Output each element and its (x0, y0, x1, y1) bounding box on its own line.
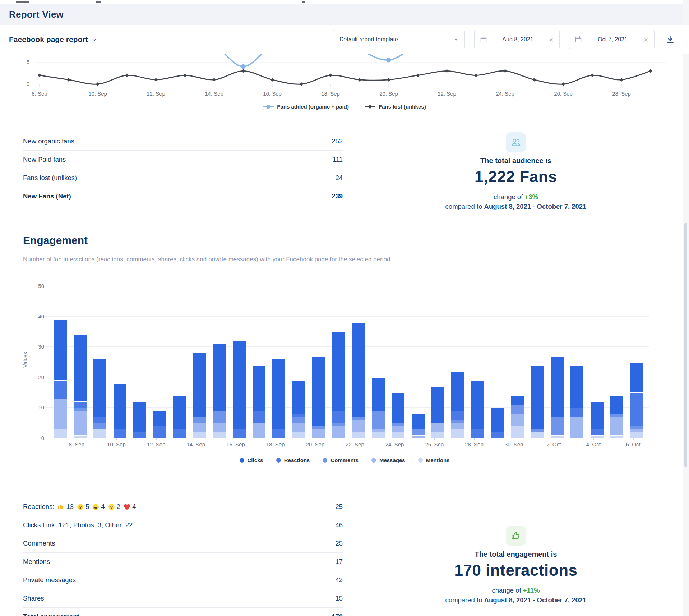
row-label: Mentions (23, 558, 50, 566)
bar-segment-comments (610, 414, 623, 417)
date-to-picker[interactable]: Oct 7, 2021 (569, 30, 655, 49)
template-select[interactable]: Default report template (333, 30, 465, 49)
date-from-picker[interactable]: Aug 8, 2021 (474, 30, 560, 49)
x-tick (395, 438, 395, 440)
report-name-dropdown[interactable]: Facebook page report (9, 35, 97, 44)
bar-segment-clicks (93, 359, 106, 417)
bar-segment-comments (352, 417, 365, 420)
download-button[interactable] (664, 33, 676, 46)
row-value: 25 (335, 503, 343, 511)
y-tick-label: 40 (30, 313, 44, 320)
report-view-page: Report View Facebook page report Default… (0, 0, 689, 616)
engagement-headline: 170 interactions (454, 561, 577, 579)
thumbs-up-emoji-icon (57, 503, 65, 511)
clipped-text-fragment (96, 1, 101, 3)
engagement-lead: The total engagement is (475, 550, 557, 558)
row-label: Total engagement (23, 613, 79, 616)
x-tick (554, 438, 554, 440)
close-icon[interactable] (643, 37, 649, 43)
bar-segment-reactions (292, 414, 305, 417)
x-tick-label: 8. Sep (60, 441, 93, 447)
bar-segment-reactions (114, 429, 126, 438)
bar-segment-comments (511, 405, 524, 414)
row-label: Private messages (23, 576, 76, 584)
legend-label: Clicks (248, 457, 263, 463)
x-tick-label: 20. Sep (299, 441, 331, 447)
x-tick-label: 12. Sep (140, 441, 172, 447)
fans-table: New organic fans252New Paid fans111Fans … (23, 132, 343, 205)
x-tick (514, 438, 514, 440)
svg-text:0: 0 (27, 81, 29, 87)
y-tick-label: 30 (30, 344, 44, 350)
report-name-label: Facebook page report (9, 35, 88, 44)
bar-segment-clicks (630, 363, 643, 392)
bar-segment-clicks (451, 372, 464, 411)
row-label: Fans lost (unlikes) (23, 174, 77, 182)
bar-segment-comments (372, 411, 385, 429)
fans-chart-x-axis: 8. Sep10. Sep12. Sep14. Sep16. Sep18. Se… (0, 91, 689, 99)
x-tick (236, 438, 236, 440)
x-tick-label: 22. Sep (431, 91, 463, 97)
row-value: 42 (335, 576, 343, 584)
bar-segment-comments (292, 417, 305, 423)
bar-segment-comments (312, 426, 325, 429)
line-diamond-marker (365, 106, 375, 107)
legend-label: Mentions (426, 457, 450, 463)
bar-segment-reactions (630, 393, 643, 426)
caret-down-icon (453, 37, 459, 42)
bar-segment-clicks (372, 378, 385, 411)
engagement-summary: The total engagement is 170 interactions… (343, 526, 689, 604)
bar-segment-clicks (491, 408, 504, 432)
bar-segment-mentions (431, 432, 444, 438)
x-tick-label: 14. Sep (198, 91, 230, 97)
legend-dot (240, 458, 244, 463)
download-icon (666, 35, 675, 44)
table-row: Fans lost (unlikes)24 (23, 169, 343, 187)
bar-segment-clicks (570, 366, 583, 408)
close-icon[interactable] (548, 37, 554, 43)
x-tick-label: 4. Oct (577, 441, 610, 447)
table-row: New Fans (Net)239 (23, 187, 343, 205)
bar-segment-clicks (610, 396, 623, 414)
legend-item: Clicks (240, 457, 263, 463)
row-value: 111 (333, 156, 343, 164)
bar-segment-reactions (54, 381, 67, 399)
scrollbar-thumb[interactable] (684, 223, 687, 467)
bar-segment-mentions (292, 432, 305, 438)
engagement-table: Reactions:13542425Clicks Link: 121, Phot… (23, 498, 343, 616)
bar-segment-comments (392, 423, 404, 426)
x-tick-label: 6. Oct (617, 441, 649, 447)
bar-segment-clicks (312, 357, 325, 426)
legend-dot (418, 458, 423, 463)
people-icon (506, 132, 526, 152)
legend-item: Comments (323, 457, 359, 463)
row-label: Shares (23, 594, 44, 602)
legend-item: Fans lost (unlikes) (365, 104, 426, 110)
row-value: 170 (332, 613, 343, 616)
row-value: 252 (332, 137, 343, 145)
x-tick-label: 24. Sep (379, 441, 411, 447)
x-tick-label: 22. Sep (339, 441, 371, 447)
scrollbar[interactable] (683, 0, 689, 616)
bar-segment-messages (570, 417, 583, 438)
bar-segment-clicks (332, 332, 345, 411)
x-tick-label: 30. Sep (498, 441, 530, 447)
clipped-text-fragment (302, 1, 305, 3)
bar-segment-reactions (471, 429, 484, 438)
thumbs-up-icon (506, 526, 526, 546)
x-tick-label: 28. Sep (458, 441, 490, 447)
bar-segment-clicks (471, 381, 484, 429)
bar-segment-comments (74, 408, 87, 411)
bar-segment-clicks (213, 344, 226, 411)
legend-item: Reactions (276, 457, 310, 463)
row-value: 15 (335, 594, 343, 602)
bar-segment-clicks (591, 402, 604, 429)
y-tick-label: 20 (30, 374, 44, 380)
bar-segment-mentions (54, 429, 67, 438)
row-label: Reactions:135424 (23, 503, 136, 511)
bar-segment-comments (193, 417, 206, 423)
bar-segment-reactions (93, 417, 106, 423)
x-tick-label: 8. Sep (23, 91, 56, 97)
legend-label: Reactions (284, 457, 310, 463)
x-tick (593, 438, 594, 440)
